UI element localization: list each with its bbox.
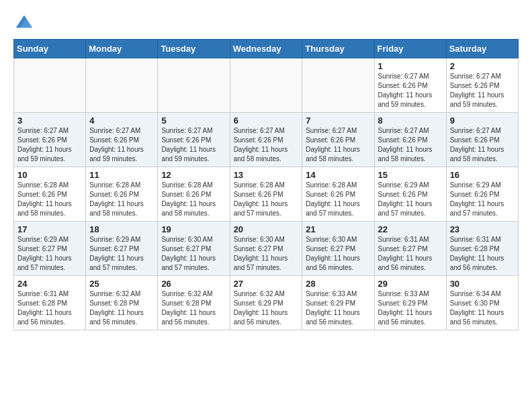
weekday-header-wednesday: Wednesday [230,40,302,58]
day-number: 27 [234,279,299,289]
weekday-header-monday: Monday [86,40,158,58]
calendar-week-row: 10Sunrise: 6:28 AM Sunset: 6:26 PM Dayli… [14,167,519,222]
calendar-cell: 15Sunrise: 6:29 AM Sunset: 6:26 PM Dayli… [374,167,446,222]
day-number: 29 [378,279,443,289]
day-info: Sunrise: 6:28 AM Sunset: 6:26 PM Dayligh… [89,181,154,218]
calendar-cell: 9Sunrise: 6:27 AM Sunset: 6:26 PM Daylig… [446,113,518,167]
weekday-header-friday: Friday [374,40,446,58]
day-info: Sunrise: 6:32 AM Sunset: 6:28 PM Dayligh… [89,289,154,327]
day-number: 6 [234,116,299,126]
calendar-cell: 24Sunrise: 6:31 AM Sunset: 6:28 PM Dayli… [14,276,86,330]
day-number: 22 [378,224,443,234]
day-number: 23 [450,224,515,234]
calendar-cell: 14Sunrise: 6:28 AM Sunset: 6:26 PM Dayli… [302,167,374,222]
weekday-header-tuesday: Tuesday [158,40,230,58]
day-info: Sunrise: 6:27 AM Sunset: 6:26 PM Dayligh… [234,126,299,164]
day-info: Sunrise: 6:29 AM Sunset: 6:27 PM Dayligh… [17,235,82,273]
calendar-cell: 30Sunrise: 6:34 AM Sunset: 6:30 PM Dayli… [446,276,518,330]
weekday-header-saturday: Saturday [446,40,518,58]
calendar-cell: 2Sunrise: 6:27 AM Sunset: 6:26 PM Daylig… [446,58,518,113]
calendar-cell: 7Sunrise: 6:27 AM Sunset: 6:26 PM Daylig… [302,113,374,167]
calendar-cell: 6Sunrise: 6:27 AM Sunset: 6:26 PM Daylig… [230,113,302,167]
day-number: 11 [89,170,154,180]
day-number: 19 [161,224,226,234]
calendar-table: SundayMondayTuesdayWednesdayThursdayFrid… [13,39,519,330]
day-number: 14 [306,170,370,180]
day-info: Sunrise: 6:33 AM Sunset: 6:29 PM Dayligh… [306,289,370,327]
calendar-cell: 8Sunrise: 6:27 AM Sunset: 6:26 PM Daylig… [374,113,446,167]
day-number: 12 [161,170,226,180]
weekday-header-row: SundayMondayTuesdayWednesdayThursdayFrid… [14,40,519,58]
calendar-cell: 5Sunrise: 6:27 AM Sunset: 6:26 PM Daylig… [158,113,230,167]
day-info: Sunrise: 6:27 AM Sunset: 6:26 PM Dayligh… [378,72,443,109]
day-number: 15 [378,170,443,180]
logo [13,13,34,31]
day-info: Sunrise: 6:28 AM Sunset: 6:26 PM Dayligh… [161,181,226,218]
weekday-header-sunday: Sunday [14,40,86,58]
page: SundayMondayTuesdayWednesdayThursdayFrid… [0,0,532,337]
day-number: 13 [234,170,299,180]
day-info: Sunrise: 6:29 AM Sunset: 6:26 PM Dayligh… [450,181,515,218]
day-info: Sunrise: 6:29 AM Sunset: 6:27 PM Dayligh… [89,235,154,273]
calendar-cell [86,58,158,113]
day-info: Sunrise: 6:34 AM Sunset: 6:30 PM Dayligh… [450,289,515,327]
calendar-cell: 20Sunrise: 6:30 AM Sunset: 6:27 PM Dayli… [230,222,302,276]
day-info: Sunrise: 6:27 AM Sunset: 6:26 PM Dayligh… [450,72,515,109]
calendar-cell: 3Sunrise: 6:27 AM Sunset: 6:26 PM Daylig… [14,113,86,167]
day-info: Sunrise: 6:27 AM Sunset: 6:26 PM Dayligh… [306,126,370,164]
calendar-cell: 12Sunrise: 6:28 AM Sunset: 6:26 PM Dayli… [158,167,230,222]
day-info: Sunrise: 6:31 AM Sunset: 6:27 PM Dayligh… [378,235,443,273]
day-info: Sunrise: 6:31 AM Sunset: 6:28 PM Dayligh… [17,289,82,327]
calendar-week-row: 3Sunrise: 6:27 AM Sunset: 6:26 PM Daylig… [14,113,519,167]
calendar-cell: 10Sunrise: 6:28 AM Sunset: 6:26 PM Dayli… [14,167,86,222]
calendar-cell [230,58,302,113]
day-info: Sunrise: 6:27 AM Sunset: 6:26 PM Dayligh… [161,126,226,164]
calendar-cell: 21Sunrise: 6:30 AM Sunset: 6:27 PM Dayli… [302,222,374,276]
calendar-cell [302,58,374,113]
day-number: 21 [306,224,370,234]
day-number: 2 [450,61,515,71]
weekday-header-thursday: Thursday [302,40,374,58]
day-number: 24 [17,279,82,289]
calendar-cell: 27Sunrise: 6:32 AM Sunset: 6:29 PM Dayli… [230,276,302,330]
calendar-week-row: 17Sunrise: 6:29 AM Sunset: 6:27 PM Dayli… [14,222,519,276]
day-number: 16 [450,170,515,180]
day-number: 17 [17,224,82,234]
day-number: 7 [306,116,370,126]
day-number: 1 [378,61,443,71]
calendar-cell [14,58,86,113]
day-number: 10 [17,170,82,180]
calendar-cell: 11Sunrise: 6:28 AM Sunset: 6:26 PM Dayli… [86,167,158,222]
calendar-cell: 17Sunrise: 6:29 AM Sunset: 6:27 PM Dayli… [14,222,86,276]
calendar-cell: 1Sunrise: 6:27 AM Sunset: 6:26 PM Daylig… [374,58,446,113]
calendar-cell: 4Sunrise: 6:27 AM Sunset: 6:26 PM Daylig… [86,113,158,167]
calendar-cell: 22Sunrise: 6:31 AM Sunset: 6:27 PM Dayli… [374,222,446,276]
calendar-cell: 19Sunrise: 6:30 AM Sunset: 6:27 PM Dayli… [158,222,230,276]
day-number: 9 [450,116,515,126]
calendar-cell: 29Sunrise: 6:33 AM Sunset: 6:29 PM Dayli… [374,276,446,330]
day-info: Sunrise: 6:27 AM Sunset: 6:26 PM Dayligh… [89,126,154,164]
day-info: Sunrise: 6:29 AM Sunset: 6:26 PM Dayligh… [378,181,443,218]
day-number: 18 [89,224,154,234]
calendar-week-row: 1Sunrise: 6:27 AM Sunset: 6:26 PM Daylig… [14,58,519,113]
calendar-week-row: 24Sunrise: 6:31 AM Sunset: 6:28 PM Dayli… [14,276,519,330]
day-number: 5 [161,116,226,126]
day-number: 3 [17,116,82,126]
day-number: 20 [234,224,299,234]
day-info: Sunrise: 6:32 AM Sunset: 6:29 PM Dayligh… [234,289,299,327]
calendar-cell: 25Sunrise: 6:32 AM Sunset: 6:28 PM Dayli… [86,276,158,330]
calendar-cell: 13Sunrise: 6:28 AM Sunset: 6:26 PM Dayli… [230,167,302,222]
day-number: 25 [89,279,154,289]
day-number: 30 [450,279,515,289]
calendar-cell: 18Sunrise: 6:29 AM Sunset: 6:27 PM Dayli… [86,222,158,276]
day-number: 26 [161,279,226,289]
day-info: Sunrise: 6:33 AM Sunset: 6:29 PM Dayligh… [378,289,443,327]
day-number: 4 [89,116,154,126]
day-number: 28 [306,279,370,289]
calendar-cell: 28Sunrise: 6:33 AM Sunset: 6:29 PM Dayli… [302,276,374,330]
header [13,13,519,31]
day-info: Sunrise: 6:28 AM Sunset: 6:26 PM Dayligh… [306,181,370,218]
day-info: Sunrise: 6:30 AM Sunset: 6:27 PM Dayligh… [234,235,299,273]
day-info: Sunrise: 6:30 AM Sunset: 6:27 PM Dayligh… [306,235,370,273]
calendar-cell: 26Sunrise: 6:32 AM Sunset: 6:28 PM Dayli… [158,276,230,330]
